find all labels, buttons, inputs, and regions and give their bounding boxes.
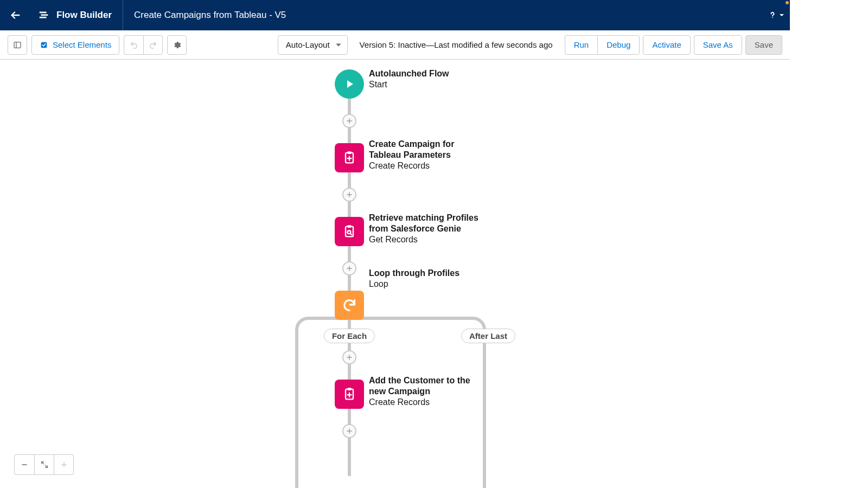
create-records-node-2[interactable] [335, 380, 364, 409]
alert-dot-icon [786, 1, 789, 4]
get-records-node[interactable] [335, 217, 364, 246]
add-node-button[interactable] [342, 114, 356, 128]
app-title-text: Flow Builder [56, 10, 112, 21]
plus-icon [346, 265, 353, 272]
start-node-label: Autolaunched Flow Start [369, 68, 449, 90]
back-button[interactable] [0, 0, 30, 30]
flow-icon [38, 9, 50, 21]
clipboard-plus-icon [342, 387, 357, 402]
undo-icon [130, 41, 138, 49]
select-elements-button[interactable]: Select Elements [31, 35, 119, 55]
run-debug-group: Run Debug [565, 35, 640, 55]
toggle-panel-button[interactable] [8, 35, 27, 55]
select-icon [40, 41, 48, 49]
caret-down-icon [779, 12, 784, 18]
undo-button[interactable] [124, 35, 143, 55]
after-last-branch-label: After Last [461, 329, 515, 343]
svg-rect-8 [348, 151, 352, 154]
get-records-label: Retrieve matching Profiles from Salesfor… [369, 213, 478, 245]
plus-icon [346, 117, 353, 125]
settings-button[interactable] [167, 35, 187, 55]
start-node[interactable] [335, 69, 364, 99]
panel-left-icon [13, 41, 22, 49]
app-title-block: Flow Builder [30, 0, 123, 30]
debug-button[interactable]: Debug [597, 35, 640, 55]
loop-icon [342, 298, 357, 313]
run-button[interactable]: Run [565, 35, 598, 55]
redo-button[interactable] [143, 35, 163, 55]
save-as-button[interactable]: Save As [694, 35, 742, 55]
add-node-button[interactable] [342, 261, 356, 275]
global-header: Flow Builder Create Campaigns from Table… [0, 0, 790, 30]
svg-rect-14 [348, 225, 352, 228]
activate-button[interactable]: Activate [643, 35, 690, 55]
arrow-left-icon [9, 9, 21, 21]
gear-icon [173, 41, 181, 49]
redo-icon [149, 41, 157, 49]
flow-name: Create Campaigns from Tableau - V5 [123, 10, 286, 21]
play-icon [343, 78, 356, 91]
canvas[interactable]: Autolaunched Flow Start Create Campaign … [0, 60, 790, 442]
plus-icon [346, 427, 353, 435]
svg-rect-2 [14, 42, 21, 48]
loop-label: Loop through Profiles Loop [369, 268, 459, 290]
save-button[interactable]: Save [745, 35, 782, 55]
clipboard-plus-icon [342, 150, 357, 165]
action-buttons: Run Debug Activate Save As Save [565, 35, 782, 55]
add-node-button[interactable] [342, 424, 356, 438]
create-records-node[interactable] [335, 143, 364, 172]
select-elements-label: Select Elements [53, 40, 111, 49]
undo-redo-group [124, 35, 163, 55]
builder-toolbar: Select Elements Auto-Layout Version 5: I… [0, 30, 790, 60]
loop-node[interactable] [335, 291, 364, 320]
create-records-label: Create Campaign for Tableau Parameters C… [369, 139, 454, 171]
layout-dropdown[interactable]: Auto-Layout [278, 35, 348, 55]
add-node-button[interactable] [342, 350, 356, 364]
for-each-branch-label: For Each [324, 329, 375, 343]
plus-icon [346, 191, 353, 198]
clipboard-search-icon [342, 224, 357, 239]
version-status: Version 5: Inactive—Last modified a few … [360, 40, 553, 49]
caret-down-icon [335, 42, 342, 48]
svg-point-1 [772, 17, 773, 18]
svg-rect-22 [348, 388, 352, 390]
layout-label: Auto-Layout [286, 40, 330, 49]
plus-icon [346, 354, 353, 361]
help-button[interactable] [767, 10, 784, 21]
create-records-label-2: Add the Customer to the new Campaign Cre… [369, 375, 470, 408]
svg-line-16 [350, 234, 352, 235]
add-node-button[interactable] [342, 188, 356, 202]
question-icon [767, 10, 778, 21]
